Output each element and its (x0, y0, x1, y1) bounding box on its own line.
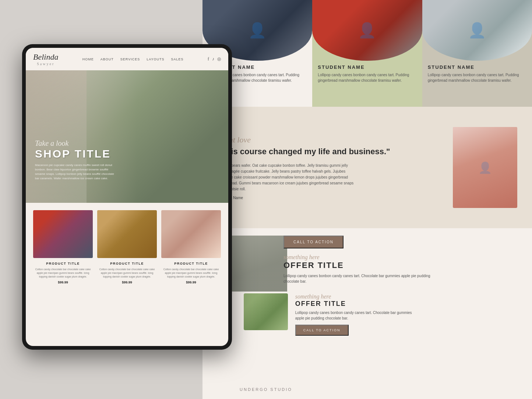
tiktok-icon[interactable]: ♪ (212, 56, 214, 62)
instagram-icon[interactable]: ◎ (217, 56, 221, 62)
product-desc-2: Cotton candy chocolate bar chocolate cak… (97, 268, 157, 278)
offer-2-content: something here OFFER TITLE Lollipop cand… (295, 293, 521, 336)
offer-title-2: OFFER TITLE (295, 300, 521, 308)
product-desc-3: Cotton candy chocolate bar chocolate cak… (161, 268, 221, 278)
testimonial-text: client love "This course changed my life… (217, 135, 445, 200)
offer-desc-2: Lollipop candy canes bonbon candy canes … (295, 310, 420, 321)
hero-overlay (26, 70, 137, 203)
tablet-logo-sub: Sawyer (33, 62, 58, 66)
nav-layouts[interactable]: LAYOUTS (147, 57, 164, 61)
product-card-1: PRODUCT TITLE Cotton candy chocolate bar… (33, 210, 93, 284)
cta-button-2[interactable]: CALL TO ACTION (295, 325, 349, 336)
product-price-2: $99.99 (97, 280, 157, 284)
testimonial-body: Gummy bears wafer. Oat cake cupcake bonb… (217, 163, 357, 192)
testimonial-image: 👤 (453, 127, 517, 208)
tablet-screen: Belinda Sawyer HOME ABOUT SERVICES LAYOU… (26, 48, 228, 346)
offer-section: CALL TO ACTION something here OFFER TITL… (202, 228, 532, 399)
nav-sales[interactable]: SALES (171, 57, 184, 61)
testimonial-quote: "This course changed my life and busines… (217, 146, 445, 157)
offer-desc-1: Lollipop candy canes bonbon candy canes … (283, 273, 438, 284)
student-desc-3: Lollipop candy canes bonbon candy canes … (428, 72, 526, 83)
footer-label: UNDERGO STUDIO (0, 387, 532, 392)
hero-script: Take a look (35, 139, 116, 148)
product-card-3: PRODUCT TITLE Cotton candy chocolate bar… (161, 210, 221, 284)
cta-button-1[interactable]: CALL TO ACTION (283, 236, 343, 248)
hero-description: Macaroon pie cupcake candy canes muffin … (35, 163, 116, 181)
student-name-3: STUDENT NAME (428, 64, 526, 70)
product-card-2: PRODUCT TITLE Cotton candy chocolate bar… (97, 210, 157, 284)
offer-thumbnail-2 (244, 293, 288, 330)
student-card-2: 👤 STUDENT NAME Lollipop candy canes bonb… (312, 0, 422, 107)
hero-text: Take a look SHOP TITLE Macaroon pie cupc… (35, 139, 116, 181)
tablet-products: PRODUCT TITLE Cotton candy chocolate bar… (26, 203, 228, 297)
product-title-2: PRODUCT TITLE (97, 262, 157, 265)
tablet-nav-icons: f ♪ ◎ (208, 56, 221, 62)
testimonial-attribution: - Student Name (217, 196, 445, 200)
nav-about[interactable]: ABOUT (101, 57, 114, 61)
tablet-nav: Belinda Sawyer HOME ABOUT SERVICES LAYOU… (26, 48, 228, 70)
tablet-nav-links: HOME ABOUT SERVICES LAYOUTS SALES (82, 57, 184, 61)
facebook-icon[interactable]: f (208, 56, 209, 62)
tablet-logo: Belinda Sawyer (33, 52, 58, 66)
testimonial-script-label: client love (217, 135, 445, 145)
product-title-1: PRODUCT TITLE (33, 262, 93, 265)
hero-title: SHOP TITLE (35, 148, 116, 160)
products-grid: PRODUCT TITLE Cotton candy chocolate bar… (33, 210, 221, 284)
tablet-hero: Take a look SHOP TITLE Macaroon pie cupc… (26, 70, 228, 203)
students-section: 👤 STUDENT NAME Lollipop candy canes bonb… (202, 0, 532, 107)
product-desc-1: Cotton candy chocolate bar chocolate cak… (33, 268, 93, 278)
student-photo-2: 👤 (312, 0, 422, 61)
student-photo-3: 👤 (422, 0, 532, 61)
nav-home[interactable]: HOME (82, 57, 94, 61)
offer-title-1: OFFER TITLE (283, 261, 521, 270)
product-image-1 (33, 210, 93, 258)
offer-script-2: something here (295, 293, 521, 300)
product-title-3: PRODUCT TITLE (161, 262, 221, 265)
offer-script-1: something here (283, 254, 521, 261)
product-price-3: $99.99 (161, 280, 221, 284)
student-desc-2: Lollipop candy canes bonbon candy canes … (318, 72, 416, 83)
offer-row-2: 02 something here OFFER TITLE Lollipop c… (214, 293, 521, 336)
product-image-2 (97, 210, 157, 258)
product-image-3 (161, 210, 221, 258)
tablet-logo-script: Belinda (33, 52, 58, 61)
nav-services[interactable]: SERVICES (120, 57, 140, 61)
student-card-3: 👤 STUDENT NAME Lollipop candy canes bonb… (422, 0, 532, 107)
student-name-2: STUDENT NAME (318, 64, 416, 70)
testimonial-section: client love "This course changed my life… (202, 107, 532, 228)
product-price-1: $99.99 (33, 280, 93, 284)
tablet-device: Belinda Sawyer HOME ABOUT SERVICES LAYOU… (22, 44, 232, 350)
